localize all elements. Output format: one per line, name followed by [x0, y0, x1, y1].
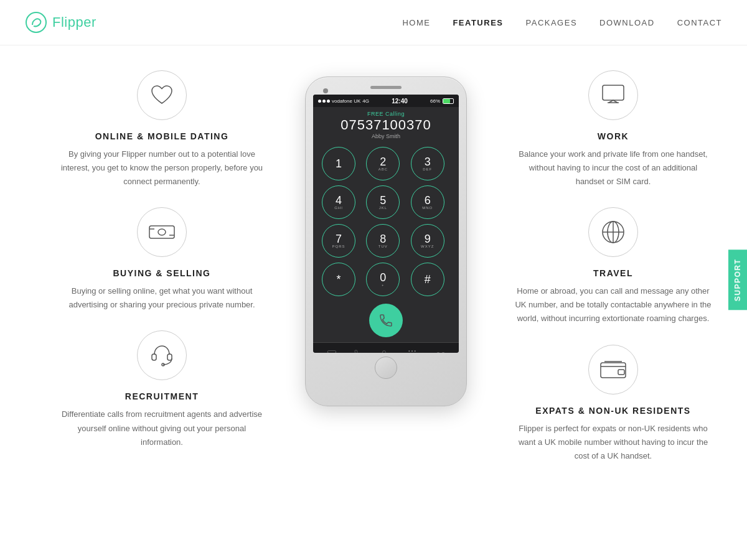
- expats-title: EXPATS & NON-UK RESIDENTS: [535, 406, 690, 416]
- keypad: 1 2 ABC 3 DEF 4 GHI: [313, 142, 459, 301]
- expats-desc: Flipper is perfect for expats or non-UK …: [514, 422, 713, 463]
- nav-tab-keypad[interactable]: Keypad: [405, 349, 420, 353]
- svg-rect-22: [603, 85, 624, 100]
- nav-home[interactable]: HOME: [402, 18, 430, 27]
- main-content: ONLINE & MOBILE DATING By giving your Fl…: [0, 45, 747, 506]
- key-9[interactable]: 9 WXYZ: [411, 224, 444, 258]
- left-features: ONLINE & MOBILE DATING By giving your Fl…: [37, 70, 286, 482]
- nav-download[interactable]: DOWNLOAD: [599, 18, 655, 27]
- key-2[interactable]: 2 ABC: [366, 147, 400, 180]
- recruitment-icon-circle: [137, 330, 187, 380]
- network-text: 4G: [362, 98, 369, 104]
- svg-rect-1: [149, 226, 174, 238]
- svg-rect-8: [327, 351, 336, 353]
- battery-fill: [443, 99, 450, 103]
- free-calling-label: FREE Calling: [318, 111, 454, 117]
- key-hash[interactable]: #: [411, 263, 444, 296]
- status-time: 12:40: [392, 98, 408, 105]
- status-bar: vodafone UK 4G 12:40 66%: [313, 95, 459, 107]
- svg-point-9: [382, 351, 385, 353]
- recruitment-desc: Differentiate calls from recruitment age…: [59, 408, 265, 449]
- iphone-device: vodafone UK 4G 12:40 66% FRE: [305, 77, 467, 406]
- status-right: 66%: [430, 98, 454, 104]
- voicemail-icon: [436, 349, 446, 353]
- phone-call-icon: [378, 313, 393, 328]
- iphone-top: [306, 77, 466, 92]
- signal-dot: [327, 100, 330, 103]
- headset-icon: [149, 343, 174, 367]
- iphone-camera: [323, 88, 328, 93]
- key-6[interactable]: 6 MNO: [411, 185, 444, 219]
- svg-point-12: [415, 351, 416, 352]
- nav-contact[interactable]: CONTACT: [677, 18, 722, 27]
- iphone-bottom: [306, 353, 466, 383]
- key-star[interactable]: *: [322, 263, 355, 296]
- travel-title: TRAVEL: [593, 268, 633, 278]
- battery-icon: [443, 98, 454, 104]
- iphone-screen: vodafone UK 4G 12:40 66% FRE: [313, 95, 459, 353]
- nav-features[interactable]: FEATURES: [453, 18, 503, 27]
- travel-desc: Home or abroad, you can call and message…: [514, 284, 713, 325]
- key-3[interactable]: 3 DEF: [411, 147, 444, 180]
- key-0[interactable]: 0 +: [366, 263, 400, 296]
- key-4[interactable]: 4 GHI: [322, 185, 355, 219]
- money-icon: [148, 223, 176, 241]
- logo[interactable]: Flipper: [25, 11, 96, 34]
- buying-title: BUYING & SELLING: [113, 268, 210, 278]
- signal-dot: [318, 100, 321, 103]
- feature-recruitment: RECRUITMENT Differentiate calls from rec…: [37, 330, 286, 449]
- svg-point-2: [158, 229, 166, 235]
- right-features: WORK Balance your work and private life …: [486, 70, 722, 482]
- buying-icon-circle: [137, 207, 187, 257]
- buying-desc: Buying or selling online, get what you w…: [59, 284, 265, 312]
- contacts-icon: [379, 349, 389, 353]
- nav-packages[interactable]: PACKAGES: [526, 18, 578, 27]
- main-nav: HOME FEATURES PACKAGES DOWNLOAD CONTACT: [402, 18, 722, 27]
- recruitment-title: RECRUITMENT: [125, 391, 199, 401]
- support-tab[interactable]: Support: [728, 250, 747, 310]
- svg-point-10: [408, 351, 410, 352]
- nav-tab-contacts[interactable]: Contacts: [375, 349, 393, 353]
- phone-wrapper: vodafone UK 4G 12:40 66% FRE: [305, 77, 467, 406]
- call-button[interactable]: [369, 304, 403, 337]
- dating-icon-circle: [137, 70, 187, 120]
- feature-buying: BUYING & SELLING Buying or selling onlin…: [37, 207, 286, 312]
- nav-tab-calls[interactable]: Calls: [354, 349, 364, 353]
- feature-dating: ONLINE & MOBILE DATING By giving your Fl…: [37, 70, 286, 189]
- dating-desc: By giving your Flipper number out to a p…: [59, 147, 265, 189]
- work-desc: Balance your work and private life from …: [514, 147, 713, 189]
- feature-work: WORK Balance your work and private life …: [504, 70, 722, 189]
- svg-rect-29: [618, 370, 624, 375]
- nav-tab-messages[interactable]: Messages: [322, 349, 342, 353]
- phone-column: vodafone UK 4G 12:40 66% FRE: [286, 70, 486, 482]
- nav-tab-voicemail[interactable]: Voicemail: [431, 349, 450, 353]
- key-5[interactable]: 5 JKL: [366, 185, 400, 219]
- dialer-header: FREE Calling 07537100370 Abby Smith: [313, 107, 459, 142]
- svg-point-11: [411, 351, 413, 352]
- status-carrier: vodafone UK 4G: [318, 98, 369, 104]
- signal-dot: [322, 100, 326, 103]
- call-btn-wrap: [313, 301, 459, 342]
- home-button[interactable]: [375, 357, 397, 379]
- wallet-icon: [599, 359, 627, 380]
- key-8[interactable]: 8 TUV: [366, 224, 400, 258]
- monitor-icon: [600, 84, 626, 106]
- feature-travel: TRAVEL Home or abroad, you can call and …: [504, 207, 722, 325]
- key-1[interactable]: 1: [322, 147, 355, 180]
- iphone-speaker: [370, 86, 402, 89]
- expats-icon-circle: [588, 345, 638, 394]
- svg-rect-5: [152, 354, 156, 360]
- key-7[interactable]: 7 PQRS: [322, 224, 355, 258]
- work-icon-circle: [588, 70, 638, 120]
- svg-rect-28: [601, 363, 626, 378]
- feature-expats: EXPATS & NON-UK RESIDENTS Flipper is per…: [504, 345, 722, 463]
- keypad-icon: [407, 349, 417, 353]
- svg-point-0: [26, 12, 46, 32]
- carrier-text: vodafone UK: [332, 98, 360, 104]
- dating-title: ONLINE & MOBILE DATING: [95, 131, 229, 141]
- signal-dots: [318, 100, 330, 103]
- battery-pct: 66%: [430, 98, 440, 104]
- dialer-number: 07537100370: [318, 117, 454, 133]
- svg-rect-6: [167, 354, 172, 360]
- calls-icon: [354, 349, 364, 353]
